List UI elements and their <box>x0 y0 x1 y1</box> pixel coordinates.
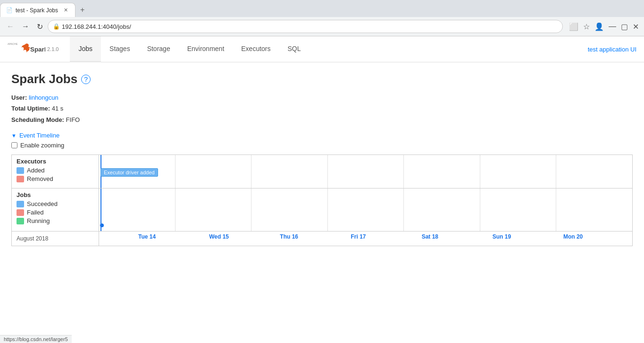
app-label-text: application UI <box>599 46 636 53</box>
scheduling-value: FIFO <box>66 116 80 123</box>
reload-button[interactable]: ↻ <box>34 20 46 33</box>
jobs-grid-3 <box>251 189 328 231</box>
nav-right-icons: ⬜ ☆ 👤 — ▢ ✕ <box>568 21 640 33</box>
active-tab[interactable]: 📄 test - Spark Jobs ✕ <box>0 3 75 17</box>
date-axis-chart-col: Tue 14 Wed 15 Thu 16 Fri 17 Sat 18 Sun 1… <box>99 232 632 246</box>
new-tab-button[interactable]: + <box>77 4 87 16</box>
executor-driver-badge: Executor driver added <box>100 168 158 177</box>
back-button[interactable]: ← <box>4 20 17 33</box>
date-axis: Tue 14 Wed 15 Thu 16 Fri 17 Sat 18 Sun 1… <box>99 232 632 242</box>
date-tick-7: Mon 20 <box>561 232 632 242</box>
tab-title: test - Spark Jobs <box>16 7 59 14</box>
spark-content: Spark Jobs ? User: linhongcun Total Upti… <box>0 62 644 256</box>
app-label: test application UI <box>588 46 636 53</box>
uptime-row: Total Uptime: 41 s <box>11 103 633 114</box>
grid-line-7 <box>556 155 632 188</box>
date-tick-5: Sat 18 <box>420 232 491 242</box>
spark-logo: APACHE Spark 2.1.0 <box>8 40 59 58</box>
info-section: User: linhongcun Total Uptime: 41 s Sche… <box>11 92 633 125</box>
jobs-grid-6 <box>480 189 557 231</box>
date-axis-label-col: August 2018 <box>12 232 99 246</box>
uptime-label: Total Uptime: <box>11 105 50 112</box>
svg-text:Spark: Spark <box>30 46 45 53</box>
legend-running: Running <box>17 217 94 224</box>
cast-icon[interactable]: ⬜ <box>568 21 580 33</box>
event-timeline-label: Event Timeline <box>19 132 59 139</box>
grid-line-2 <box>176 155 252 188</box>
executors-row: Executors Added Removed <box>12 155 632 189</box>
address-bar: 🔒 <box>48 20 563 33</box>
date-tick-1: Tue 14 <box>136 232 207 242</box>
running-label: Running <box>27 217 50 224</box>
help-link[interactable]: ? <box>81 75 91 84</box>
spark-version: 2.1.0 <box>47 46 59 52</box>
spark-logo-svg: APACHE Spark <box>8 40 45 58</box>
jobs-label-col: Jobs Succeeded Failed Running <box>12 189 99 231</box>
removed-color-box <box>17 176 24 182</box>
legend-failed: Failed <box>17 209 94 216</box>
profile-icon[interactable]: 👤 <box>593 21 605 33</box>
user-label: User: <box>11 94 27 101</box>
jobs-grid-1 <box>99 189 176 231</box>
lock-icon: 🔒 <box>53 23 60 30</box>
close-window-icon[interactable]: ✕ <box>631 21 640 33</box>
failed-label: Failed <box>27 209 43 216</box>
uptime-value: 41 s <box>52 105 64 112</box>
date-tick-0 <box>99 232 136 242</box>
bookmark-icon[interactable]: ☆ <box>582 21 591 33</box>
enable-zooming-label[interactable]: Enable zooming <box>20 142 64 149</box>
executors-chart-col: Executor driver added <box>99 155 632 188</box>
nav-storage[interactable]: Storage <box>139 36 179 62</box>
date-tick-4: Fri 17 <box>349 232 419 242</box>
enable-zooming-checkbox[interactable] <box>11 142 17 148</box>
timeline-container: Executors Added Removed <box>11 154 633 246</box>
legend-succeeded: Succeeded <box>17 200 94 207</box>
user-value[interactable]: linhongcun <box>29 94 59 101</box>
succeeded-label: Succeeded <box>27 200 58 207</box>
grid-line-6 <box>480 155 557 188</box>
jobs-chart-area <box>99 189 632 231</box>
succeeded-color-box <box>17 201 24 207</box>
tab-bar: 📄 test - Spark Jobs ✕ + <box>0 0 644 17</box>
nav-environment[interactable]: Environment <box>179 36 233 62</box>
tab-close-button[interactable]: ✕ <box>62 7 69 14</box>
jobs-grid-5 <box>404 189 480 231</box>
added-label: Added <box>27 167 45 174</box>
event-timeline-toggle[interactable]: ▼ Event Timeline <box>11 132 633 139</box>
app-name: test <box>588 46 600 53</box>
nav-jobs[interactable]: Jobs <box>70 36 101 62</box>
svg-text:APACHE: APACHE <box>8 43 18 45</box>
jobs-row: Jobs Succeeded Failed Running <box>12 189 632 232</box>
date-tick-6: Sun 19 <box>491 232 561 242</box>
date-tick-3: Thu 16 <box>278 232 349 242</box>
chevron-down-icon: ▼ <box>11 133 17 138</box>
grid-line-3 <box>251 155 328 188</box>
browser-chrome: 📄 test - Spark Jobs ✕ + ← → ↻ 🔒 ⬜ ☆ 👤 — … <box>0 0 644 36</box>
timeline-dot <box>100 223 104 227</box>
failed-color-box <box>17 209 24 216</box>
executor-chart-area: Executor driver added <box>99 155 632 188</box>
forward-button[interactable]: → <box>19 20 32 33</box>
grid-line-4 <box>328 155 404 188</box>
legend-removed: Removed <box>17 175 94 182</box>
removed-label: Removed <box>27 175 53 182</box>
enable-zooming-row: Enable zooming <box>11 142 633 149</box>
tab-favicon: 📄 <box>6 7 13 13</box>
nav-sql[interactable]: SQL <box>279 36 309 62</box>
nav-executors[interactable]: Executors <box>233 36 279 62</box>
jobs-section-header: Jobs <box>17 191 94 198</box>
grid-line-5 <box>404 155 480 188</box>
date-tick-2: Wed 15 <box>207 232 278 242</box>
spark-app: APACHE Spark 2.1.0 Jobs Stages Storage E… <box>0 36 644 256</box>
minimize-icon[interactable]: — <box>607 21 618 32</box>
maximize-icon[interactable]: ▢ <box>619 21 629 33</box>
jobs-chart-col <box>99 189 632 231</box>
date-month: August 2018 <box>17 233 94 244</box>
nav-bar: ← → ↻ 🔒 ⬜ ☆ 👤 — ▢ ✕ <box>0 17 644 36</box>
running-color-box <box>17 218 24 224</box>
nav-stages[interactable]: Stages <box>101 36 139 62</box>
scheduling-label: Scheduling Mode: <box>11 116 64 123</box>
jobs-grid-2 <box>176 189 252 231</box>
jobs-grid-4 <box>328 189 404 231</box>
address-input[interactable] <box>62 23 558 30</box>
